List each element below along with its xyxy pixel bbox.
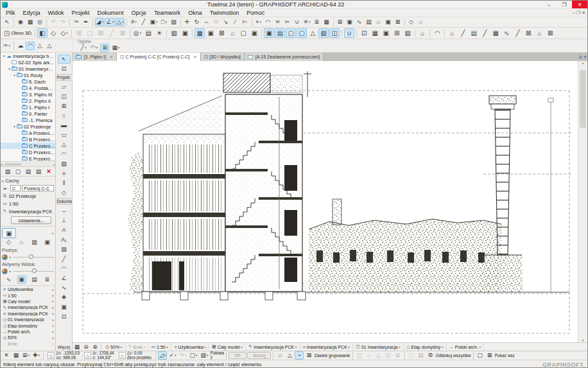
teamwork-send-icon[interactable]: ◇ [407,18,416,26]
snap-redo-icon[interactable]: ↷▾ [178,351,187,360]
door-tool[interactable]: ◫ [58,92,71,101]
bottom-option-pen-set[interactable]: ✎Inwentaryzacja PCK▸ [246,343,300,351]
lock-icon[interactable]: □▾ [160,18,169,26]
active-view-color-icon[interactable] [2,268,8,274]
tab-dropdown-icon[interactable]: ▾ [584,55,586,60]
snap-elements-icon[interactable]: ∪ [344,28,354,38]
tab-close-icon[interactable]: ✕ [193,55,196,59]
undo-icon[interactable]: ↶ [49,18,58,26]
axonometry-icon[interactable]: ◇ [48,28,58,38]
text-tool[interactable]: A [58,225,71,234]
renovation-filter-icon[interactable]: △ [307,28,318,38]
adjust-icon[interactable]: ⊢ [241,18,250,26]
measure-icon[interactable]: ◿▾ [158,351,167,360]
expand-icon[interactable]: ▾ [2,54,6,58]
fly-mode-icon[interactable]: ╱ [107,28,117,38]
floor-plan-cut-icon[interactable]: ▤ [275,28,285,38]
vertical-scrollbar[interactable]: ▲ ▼ [578,61,587,342]
ghost-display-icon[interactable]: ◫ [329,28,340,38]
order-reset-icon[interactable]: ≣ [393,351,402,360]
mdi-minimize-button[interactable]: – [573,10,575,15]
restore-button[interactable]: ❐ [557,1,572,8]
solid-operations-icon[interactable]: ≣ [313,18,322,26]
zoom-in-icon[interactable]: ⊕ [91,343,99,351]
dimension-tool[interactable]: ↔ [58,206,71,215]
menu-edycja[interactable]: Edycja [19,9,44,17]
next-view-icon[interactable]: ▧ [402,28,413,38]
lock-element-icon[interactable]: ▢ [407,351,416,360]
menu-teamwork[interactable]: Teamwork [150,9,184,17]
bottom-option-structure-display[interactable]: ▦Cały model▸ [209,343,246,351]
bottom-option-renovation-filter[interactable]: △Etap domyślny▸ [404,343,447,351]
copy-item-icon[interactable]: ▧ [3,168,12,176]
cursor-select-icon[interactable]: ▦▾ [110,44,121,52]
tree-item-sz-02-spis-arkuszy[interactable]: SZ-02 Spis arkuszy [1,59,55,66]
quick-option-renovation-filter[interactable]: △Etap domyślny▸ [1,322,55,328]
pan-navigate-icon[interactable]: ▦ [73,343,82,351]
layers-quick-icon[interactable]: ⌂ [447,28,457,38]
tab--1-piętro-i-[interactable]: [1. Piętro I]✕ [73,53,117,61]
zoom-out-icon[interactable]: ⊖ [82,343,91,351]
search-icon[interactable]: ◎ [35,18,44,26]
tab-list-icon[interactable]: ≣ [579,55,583,60]
surface-quick-icon[interactable]: ▤ [469,28,479,38]
quick-option-view-set[interactable]: ◫01 Inwentaryzacja▸ [1,317,55,322]
more-options-icon[interactable]: ≣ [43,276,52,284]
ok-button[interactable]: OK [229,352,246,359]
drawing-tool[interactable]: ⊡ [58,312,71,321]
section-id-field[interactable]: C [10,185,21,191]
partial-display-icon[interactable]: ▢ [238,28,248,38]
find-select-icon[interactable]: ▣ [345,18,354,26]
hotspot-tool[interactable]: ✚ [58,293,71,302]
explore-icon[interactable]: ⊠ [96,28,106,38]
settings-button[interactable]: Ustawienia... [11,216,51,224]
marquee-tool[interactable]: ⊡ [58,64,71,73]
tree-item-1-piętro-i[interactable]: 1. Piętro I [1,104,55,110]
level-dimension-tool[interactable]: ⊥ [58,216,71,225]
split-icon[interactable]: ∕ [231,18,240,26]
scroll-right-icon[interactable]: ▸ [53,162,55,166]
trace-reference-icon[interactable]: ▦ [195,28,205,38]
wall-priority-icon[interactable]: ⊠ [216,28,227,38]
open-settings-icon[interactable]: ▢ [13,168,22,176]
cutting-planes-icon[interactable]: ▣ [264,28,274,38]
shell-tool[interactable]: ◠ [58,150,71,159]
quick-option-operation[interactable]: ◌Brak▸ [1,341,55,347]
tree-item--1-piwnica[interactable]: -1. Piwnica [1,117,55,123]
arrow-display-icon[interactable]: ▣ [249,28,259,38]
suspend-groups-label[interactable]: Zawieś grupowanie [314,353,350,358]
close-button[interactable]: ✕ [572,1,587,8]
guide-line-icon[interactable]: ╱ [139,18,148,26]
eye-icon[interactable]: ◉ [16,18,25,26]
scrollbar-thumb[interactable] [580,70,586,128]
edit-polygon-icon[interactable]: ▦ [26,18,35,26]
explode-icon[interactable]: ✳▾ [302,18,312,26]
tree-item-0-parter[interactable]: 0. Parter [1,110,55,117]
suspend-groups-icon[interactable]: ⊠ [304,351,313,360]
favorites-icon[interactable]: ▤ [365,18,374,26]
quick-option-structure-display[interactable]: ▦Cały model▸ [1,299,55,304]
tree-item-inwentaryzacja-budynku-[interactable]: ▾☁Inwentaryzacja budynku... [1,53,55,59]
label-tool[interactable]: A₁ [58,235,71,244]
tab-close-icon[interactable]: ✕ [110,55,113,59]
trim-icon[interactable]: ✂ [283,18,292,26]
menu-widok[interactable]: Widok [44,9,68,17]
link-icon[interactable]: ▣ [384,18,393,26]
zoom-selected-icon[interactable]: ▦ [370,28,380,38]
stair-tool[interactable]: ≡ [58,169,71,178]
snap-check-icon[interactable]: ✓▾ [168,351,177,360]
tree-item-e-przekrój-e-e[interactable]: E Przekrój E-E [1,155,55,162]
library-quick-icon[interactable]: ⊠ [523,28,533,38]
polyline-tool[interactable]: ∠ [58,274,71,283]
show-model-icon[interactable]: ⊠ [485,351,494,360]
bottom-option-view-set[interactable]: ◫01 Inwentaryzacja▸ [353,343,404,351]
tree-item-a-przekrój-a-a[interactable]: A Przekrój A-A [1,130,55,136]
trace-color-icon[interactable] [2,254,8,260]
spline-tool[interactable]: ∿ [58,283,71,292]
auto-arrange-icon[interactable]: △ [285,351,294,360]
bring-forward-icon[interactable]: ○ [365,351,374,360]
quill-pin-icon[interactable]: ✑▾ [2,42,12,50]
clone-folder-icon[interactable]: ⌂ [17,238,26,247]
beam-tool[interactable]: ▬ [58,121,71,130]
show-priority-icon[interactable]: ▢ [476,351,485,360]
